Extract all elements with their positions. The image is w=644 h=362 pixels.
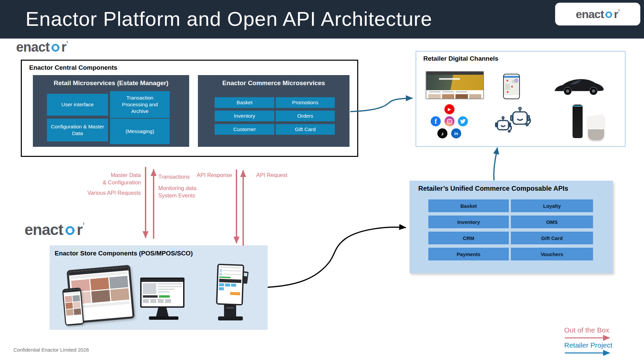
logo-text: enact bbox=[24, 222, 63, 237]
logo-text: enact bbox=[16, 40, 50, 54]
api-gift-card: Gift Card bbox=[511, 232, 593, 244]
youtube-icon: ▶ bbox=[444, 104, 454, 114]
retail-service-messaging: (Messaging) bbox=[110, 119, 170, 144]
pos-terminal-image bbox=[140, 278, 184, 308]
logo-text: r bbox=[77, 222, 83, 237]
retail-microservices-title: Retail Microservices (Estate Manager) bbox=[33, 75, 189, 87]
enactor-logo: enact r bbox=[24, 222, 84, 237]
linkedin-glyph: in bbox=[454, 131, 458, 136]
commerce-service-promotions: Promotions bbox=[276, 97, 335, 108]
composable-apis-title: Retailer’s Unified Commerce Composable A… bbox=[418, 185, 568, 192]
arrow-composable-to-digital bbox=[494, 147, 497, 180]
retail-service-user-interface: User interface bbox=[47, 94, 108, 116]
api-payments: Payments bbox=[428, 248, 509, 260]
api-basket: Basket bbox=[428, 199, 509, 212]
logo-trademark bbox=[83, 223, 84, 225]
commerce-service-customer: Customer bbox=[215, 124, 274, 135]
logo-text: r bbox=[614, 8, 618, 20]
api-inventory: Inventory bbox=[428, 216, 509, 228]
flow-label-monitoring: Monitoring data System Events bbox=[158, 185, 197, 199]
refresh-circle-icon bbox=[50, 42, 61, 53]
smart-speaker-google-home bbox=[588, 114, 604, 140]
flow-label-various-api-requests: Various API Requests bbox=[80, 189, 141, 197]
digital-channels-box: Retailer Digital Channels bbox=[416, 51, 626, 147]
enactor-logo: enact r bbox=[576, 8, 620, 20]
header-bar: Enactor Platform and Open API Architectu… bbox=[0, 0, 644, 39]
composable-apis-box: Retailer’s Unified Commerce Composable A… bbox=[410, 181, 613, 273]
slide: Enactor Platform and Open API Architectu… bbox=[0, 0, 644, 362]
commerce-service-basket: Basket bbox=[215, 97, 274, 108]
refresh-circle-icon bbox=[604, 10, 613, 19]
website-screenshot bbox=[426, 71, 484, 99]
central-components-label: Enactor Central Components bbox=[29, 64, 117, 71]
sco-kiosk-image bbox=[216, 264, 244, 306]
logo-text: r bbox=[61, 40, 66, 54]
retail-service-transaction-processing: Transaction Processing and Archive bbox=[110, 91, 170, 118]
logo-trademark bbox=[619, 9, 620, 11]
legend-out-of-the-box: Out of the Box bbox=[564, 326, 609, 334]
arrow-store-to-composable bbox=[268, 227, 406, 287]
flow-label-api-response: API Response bbox=[191, 172, 232, 179]
facebook-icon: f bbox=[431, 116, 441, 126]
chatbot-icon bbox=[495, 107, 532, 138]
smart-speaker-echo bbox=[573, 105, 583, 138]
arrow-commerce-to-digital bbox=[350, 98, 413, 112]
enactor-logo-card: enact r bbox=[555, 3, 640, 25]
twitter-icon bbox=[458, 116, 468, 126]
commerce-service-gift-card: Gift Card bbox=[276, 124, 335, 135]
enactor-logo: enact r bbox=[16, 40, 68, 54]
instagram-icon bbox=[444, 116, 454, 126]
facebook-glyph: f bbox=[435, 118, 437, 125]
commerce-service-orders: Orders bbox=[276, 111, 335, 121]
commerce-service-inventory: Inventory bbox=[215, 111, 274, 121]
logo-text: enact bbox=[576, 8, 604, 20]
pos-terminal-base bbox=[149, 316, 178, 320]
sco-kiosk-pedestal bbox=[224, 304, 236, 317]
commerce-microservices-title: Enactor Commerce Microservices bbox=[198, 75, 350, 87]
mpos-phone-image bbox=[62, 288, 84, 326]
refresh-circle-icon bbox=[64, 224, 76, 237]
api-vouchers: Vouchers bbox=[511, 248, 593, 260]
retail-service-configuration: Configuration & Master Data bbox=[47, 119, 108, 141]
composable-apis-grid: Basket Loyalty Inventory OMS CRM Gift Ca… bbox=[428, 199, 593, 260]
tiktok-icon: ♪ bbox=[437, 128, 447, 138]
tiktok-glyph: ♪ bbox=[441, 131, 444, 136]
mobile-app-phone bbox=[503, 74, 520, 99]
connected-car-image bbox=[553, 73, 606, 97]
confidential-footer: Confidential Enactor Limited 2026 bbox=[13, 347, 89, 353]
flow-label-master-data: Master Data & Configuration bbox=[87, 172, 141, 186]
digital-channels-title: Retailer Digital Channels bbox=[423, 55, 498, 62]
api-crm: CRM bbox=[428, 232, 509, 244]
linkedin-icon: in bbox=[451, 128, 461, 138]
api-loyalty: Loyalty bbox=[511, 199, 593, 212]
sco-kiosk-base bbox=[218, 316, 243, 320]
legend-retailer-project: Retailer Project bbox=[564, 341, 612, 349]
api-oms: OMS bbox=[511, 216, 593, 228]
logo-trademark bbox=[67, 41, 68, 43]
youtube-glyph: ▶ bbox=[448, 107, 451, 112]
page-title: Enactor Platform and Open API Architectu… bbox=[25, 7, 432, 31]
flow-label-api-request: API Request bbox=[256, 172, 287, 179]
flow-label-transactions: Transactions bbox=[158, 173, 190, 181]
store-components-title: Enactor Store Components (POS/MPOS/SCO) bbox=[55, 250, 193, 257]
